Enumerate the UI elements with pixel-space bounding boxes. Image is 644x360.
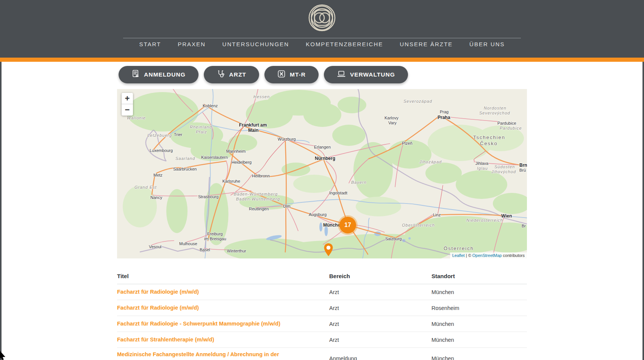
zoom-in-button[interactable]: + — [122, 93, 133, 104]
filter-anmeldung-button[interactable]: ANMELDUNG — [119, 66, 199, 83]
job-standort-cell: München — [431, 355, 527, 360]
filter-label: ANMELDUNG — [144, 71, 186, 78]
nav-item-praxen[interactable]: PRAXEN — [178, 41, 206, 47]
job-title-link[interactable]: Facharzt für Radiologie (m/w/d) — [117, 301, 329, 314]
concentric-circles-logo-icon — [308, 3, 336, 33]
site-header: STARTPRAXENUNTERSUCHUNGENKOMPETENZBEREIC… — [0, 0, 644, 58]
nav-separator-line — [123, 38, 521, 38]
nav-item-untersuchungen[interactable]: UNTERSUCHUNGEN — [222, 41, 289, 47]
filter-verwaltung-button[interactable]: VERWALTUNG — [324, 66, 408, 83]
job-bereich-cell: Anmeldung — [329, 355, 431, 360]
job-bereich-cell: Arzt — [329, 305, 431, 311]
openstreetmap-link[interactable]: OpenStreetMap — [472, 253, 502, 258]
job-standort-cell: München — [431, 337, 527, 343]
filter-label: VERWALTUNG — [350, 71, 395, 78]
nav-item-start[interactable]: START — [139, 41, 161, 47]
column-header-standort: Standort — [431, 273, 527, 279]
filter-label: ARZT — [229, 71, 246, 78]
leaflet-map[interactable]: WallonieHessenKoblenzSeverozápadNordoste… — [117, 89, 527, 258]
filter-label: MT-R — [290, 71, 306, 78]
jobs-table-body: Facharzt für Radiologie (m/w/d)ArztMünch… — [117, 284, 527, 360]
stethoscope-icon — [217, 70, 225, 80]
table-row: Medizinische Fachangestellte Anmeldung /… — [117, 348, 527, 360]
nav-item-kompetenzbereiche[interactable]: KOMPETENZBEREICHE — [306, 41, 383, 47]
map-attribution: Leaflet | © OpenStreetMap contributors — [450, 252, 527, 258]
marker-cluster[interactable]: 17 — [339, 217, 356, 233]
accent-bar — [0, 58, 644, 62]
column-header-titel: Titel — [117, 273, 329, 279]
column-header-bereich: Bereich — [329, 273, 431, 279]
job-title-link[interactable]: Medizinische Fachangestellte Anmeldung /… — [117, 348, 329, 360]
filter-arzt-button[interactable]: ARZT — [204, 66, 259, 83]
main-nav: STARTPRAXENUNTERSUCHUNGENKOMPETENZBEREIC… — [0, 41, 644, 47]
job-standort-cell: Rosenheim — [431, 305, 527, 311]
table-row: Facharzt für Radiologie - Schwerpunkt Ma… — [117, 316, 527, 332]
laptop-icon — [337, 70, 346, 80]
jobs-table: Titel Bereich Standort Facharzt für Radi… — [117, 268, 527, 360]
left-edge-strip — [0, 62, 2, 360]
job-title-link[interactable]: Facharzt für Radiologie (m/w/d) — [117, 285, 329, 298]
nav-item--ber-uns[interactable]: ÜBER UNS — [469, 41, 505, 47]
job-standort-cell: München — [431, 321, 527, 327]
job-title-link[interactable]: Facharzt für Radiologie - Schwerpunkt Ma… — [117, 317, 329, 330]
job-title-link[interactable]: Facharzt für Strahlentherapie (m/w/d) — [117, 333, 329, 346]
map-zoom-control: + − — [122, 93, 133, 116]
zoom-out-button[interactable]: − — [122, 104, 133, 116]
filter-mtr-button[interactable]: MT-R — [264, 66, 319, 83]
table-row: Facharzt für Radiologie (m/w/d)ArztRosen… — [117, 300, 527, 316]
attribution-separator: | © — [465, 253, 472, 258]
mouse-cursor — [0, 351, 6, 360]
job-bereich-cell: Arzt — [329, 289, 431, 295]
attribution-suffix: contributors — [502, 253, 525, 258]
registration-form-icon — [131, 70, 140, 80]
leaflet-link[interactable]: Leaflet — [452, 253, 465, 258]
job-bereich-cell: Arzt — [329, 321, 431, 327]
map-pin-icon[interactable] — [324, 243, 333, 257]
job-standort-cell: München — [431, 289, 527, 295]
map-tiles — [117, 89, 527, 258]
table-row: Facharzt für Radiologie (m/w/d)ArztMünch… — [117, 284, 527, 300]
filter-button-row: ANMELDUNG ARZT MT-R — [117, 66, 527, 83]
table-row: Facharzt für Strahlentherapie (m/w/d)Arz… — [117, 332, 527, 348]
right-edge-strip — [642, 62, 644, 360]
jobs-table-header: Titel Bereich Standort — [117, 268, 527, 284]
xray-scanner-icon — [277, 70, 286, 80]
job-bereich-cell: Arzt — [329, 337, 431, 343]
nav-item-unsere-rzte[interactable]: UNSERE ÄRZTE — [400, 41, 453, 47]
